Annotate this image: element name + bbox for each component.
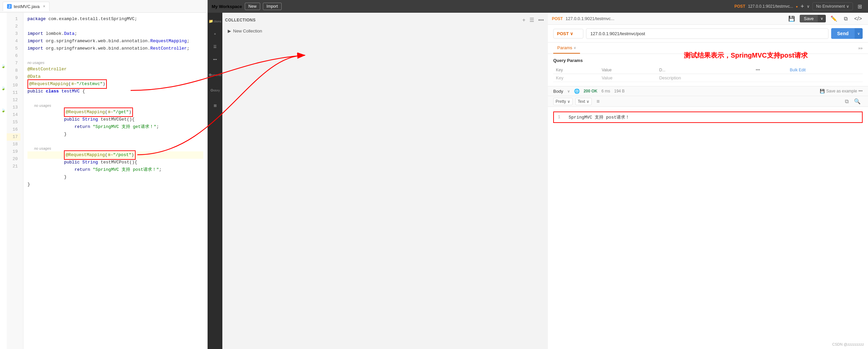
ide-tab[interactable]: J testMVC.java × xyxy=(3,2,50,11)
body-label: Body xyxy=(553,89,563,94)
tab-chevron-btn[interactable]: ∨ xyxy=(807,4,810,9)
save-icon: 💾 xyxy=(820,89,825,93)
code-line-4: import org.springframework.web.bind.anno… xyxy=(27,37,203,45)
code-line-15: } xyxy=(27,131,203,138)
send-dropdown-btn[interactable]: ∨ xyxy=(855,28,863,39)
save-example-btn[interactable]: 💾 Save as example ••• xyxy=(820,89,863,93)
line-8: 8 xyxy=(7,67,21,74)
copy-icon-btn[interactable]: ⧉ xyxy=(842,15,849,23)
line-3: 3 xyxy=(7,30,21,37)
settings-icon-btn[interactable]: ⊞ xyxy=(856,3,864,10)
save-icon-btn[interactable]: 💾 xyxy=(786,15,797,23)
postman-main: POST 127.0.0.1:9021/testmvc... 💾 Save ∨ … xyxy=(548,13,868,349)
line-12: 12 xyxy=(7,96,21,104)
plus-tab-btn[interactable]: + xyxy=(800,3,804,10)
pretty-select[interactable]: Pretty ∨ xyxy=(553,98,572,105)
line-16: 16 xyxy=(7,126,21,133)
edit-icon-btn[interactable]: ✏️ xyxy=(829,15,839,23)
bulk-edit-btn[interactable]: Bulk Edit xyxy=(790,68,806,72)
save-example-label: Save as example xyxy=(826,89,857,93)
line-18: 18 xyxy=(7,141,21,148)
response-line-number: 1 xyxy=(558,115,565,120)
tab-params[interactable]: Params ∨ xyxy=(553,42,580,54)
line-4: 4 xyxy=(7,37,21,45)
code-line-9: @RequestMapping(⑧∼"/testmvc") xyxy=(27,81,203,88)
sidebar-collections-icon[interactable]: 📁 ctions xyxy=(209,15,221,28)
new-collection-label: New Collection xyxy=(233,29,262,33)
line-2: 2 xyxy=(7,23,21,30)
add-collection-btn[interactable]: + xyxy=(521,16,527,24)
text-label: Text xyxy=(578,99,585,104)
sidebar-environments-icon[interactable]: ⊕ nments xyxy=(209,69,221,81)
ide-tab-label: testMVC.java xyxy=(14,4,39,9)
text-select[interactable]: Text ∨ xyxy=(575,98,592,105)
more-options-btn[interactable]: »» xyxy=(858,46,863,51)
leaf-icon-7: 🍃 xyxy=(1,62,6,70)
value-cell[interactable]: Value xyxy=(599,74,657,82)
line-7: 7 xyxy=(7,60,21,67)
workspace-title: My Workspace xyxy=(212,4,242,9)
code-content: package com.example.testall.testSpringMV… xyxy=(24,13,207,349)
collections-dots-btn[interactable]: ••• xyxy=(537,16,545,24)
save-example-more: ••• xyxy=(858,89,863,93)
method-chevron: ∨ xyxy=(570,31,573,36)
no-usages-7: no usages xyxy=(27,60,203,66)
response-body: 1 SpringMVC 支持 post请求！ xyxy=(548,107,868,349)
col-d: D... xyxy=(656,66,753,74)
params-table: Key Value D... ••• Bulk Edit Key Value xyxy=(553,66,863,82)
ide-tab-close[interactable]: × xyxy=(43,4,45,9)
response-format-bar: Pretty ∨ Text ∨ ≡ ⧉ 🔍 xyxy=(548,96,868,107)
col-key: Key xyxy=(553,66,599,74)
status-dot: ● xyxy=(796,5,798,8)
side-icons: 🍃 🍃 🍃 xyxy=(0,13,7,349)
import-button[interactable]: Import xyxy=(263,3,282,10)
line-numbers: 1 2 3 4 5 6 7 8 9 10 11 12 13 14 15 16 1… xyxy=(7,13,24,349)
method-label: POST xyxy=(557,31,569,36)
save-btn[interactable]: Save xyxy=(800,15,818,23)
new-button[interactable]: New xyxy=(245,3,260,10)
url-input[interactable] xyxy=(586,29,829,39)
line-6: 6 xyxy=(7,52,21,60)
response-area: Body ∨ 🌐 200 OK 6 ms 194 B 💾 Save as exa… xyxy=(548,86,868,349)
response-content: SpringMVC 支持 post请求！ xyxy=(569,114,629,120)
request-header-bar: POST 127.0.0.1:9021/testmvc... 💾 Save ∨ … xyxy=(548,13,868,25)
sidebar-history-icon[interactable]: ⊙ story xyxy=(209,85,221,96)
send-btn[interactable]: Send xyxy=(831,28,855,39)
ide-tab-bar: J testMVC.java × xyxy=(0,0,207,13)
search-response-btn[interactable]: 🔍 xyxy=(852,97,863,105)
sidebar-more-icon[interactable]: ••• xyxy=(209,54,221,66)
copy-response-btn[interactable]: ⧉ xyxy=(843,97,850,105)
response-status: 200 OK xyxy=(584,89,597,93)
line-21: 21 xyxy=(7,163,21,170)
desc-cell[interactable]: Description xyxy=(656,74,753,82)
code-line-6 xyxy=(27,52,203,60)
code-line-10: public class testMVC { xyxy=(27,88,203,95)
env-selector[interactable]: No Environment ∨ xyxy=(812,2,853,10)
code-line-7: @RestController xyxy=(27,66,203,73)
format-list-icon[interactable]: ≡ xyxy=(594,98,601,105)
response-size: 194 B xyxy=(614,89,624,93)
sidebar-grid-icon[interactable]: ⊞ xyxy=(209,100,221,112)
new-collection-item[interactable]: ▶ New Collection xyxy=(225,27,545,35)
code-line-2 xyxy=(27,23,203,30)
sidebar-add-icon[interactable]: + xyxy=(209,28,221,40)
line-11: 11 xyxy=(7,89,21,96)
request-bar: POST ∨ Send ∨ xyxy=(548,25,868,42)
method-select[interactable]: POST ∨ xyxy=(553,29,583,38)
line-1: 1 xyxy=(7,15,21,23)
code-icon-btn[interactable]: </> xyxy=(852,15,864,23)
save-dropdown-btn[interactable]: ∨ xyxy=(818,15,826,22)
ide-panel: J testMVC.java × 🍃 🍃 🍃 1 2 3 4 5 6 7 xyxy=(0,0,208,349)
line-17: 17 xyxy=(7,133,21,141)
sidebar-menu-icon[interactable]: ☰ xyxy=(209,41,221,53)
line-14: 14 xyxy=(7,111,21,119)
params-chevron: ∨ xyxy=(574,46,576,50)
pretty-chevron: ∨ xyxy=(567,99,570,104)
response-line-1: 1 SpringMVC 支持 post请求！ xyxy=(553,112,863,123)
send-btn-group: Send ∨ xyxy=(831,28,863,39)
method-badge-header: POST xyxy=(552,17,563,21)
collections-more-btn[interactable]: ☰ xyxy=(528,16,535,24)
key-cell[interactable]: Key xyxy=(553,74,599,82)
collections-actions: + ☰ ••• xyxy=(521,16,545,24)
tab-params-label: Params xyxy=(557,45,572,50)
